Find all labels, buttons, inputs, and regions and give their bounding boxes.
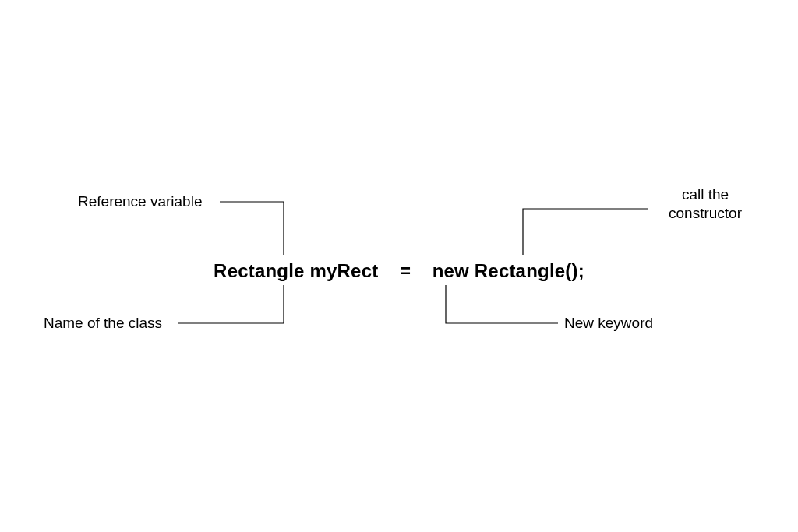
label-reference-variable: Reference variable — [78, 193, 202, 210]
connector-new-keyword — [446, 285, 558, 323]
label-call-constructor-line1: call the — [682, 186, 729, 203]
code-class-name: Rectangle — [214, 260, 305, 281]
code-equals: = — [400, 260, 411, 281]
label-call-constructor: call the constructor — [655, 185, 756, 223]
label-call-constructor-line2: constructor — [669, 205, 742, 221]
label-class-name: Name of the class — [44, 315, 162, 332]
code-var-name: myRect — [310, 260, 379, 281]
diagram-stage: Rectangle myRect = new Rectangle(); Refe… — [0, 0, 798, 532]
connector-call-constructor — [523, 209, 648, 255]
code-new-keyword: new — [433, 260, 469, 281]
code-expression: Rectangle myRect = new Rectangle(); — [0, 260, 798, 282]
label-new-keyword: New keyword — [564, 315, 653, 332]
connector-reference-variable — [220, 202, 284, 255]
code-constructor-call: Rectangle(); — [475, 260, 584, 281]
connector-class-name — [178, 285, 284, 323]
